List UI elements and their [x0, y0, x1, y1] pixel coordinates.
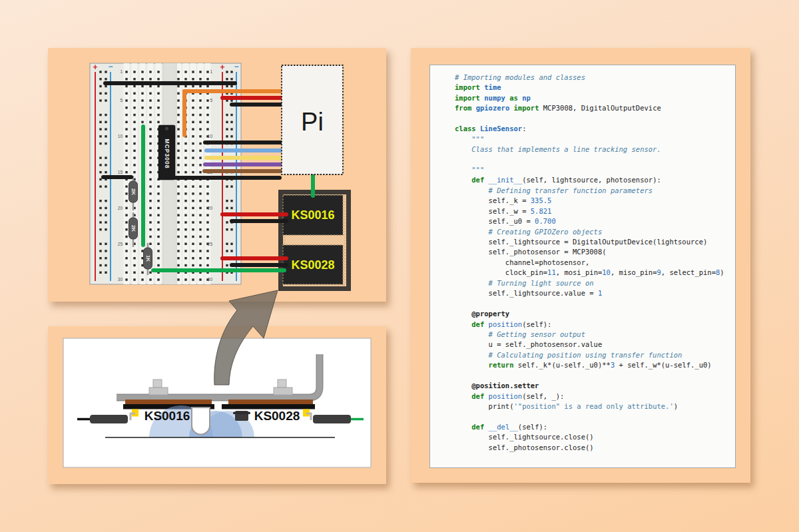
row-number: 30: [208, 277, 213, 282]
rail-plus-label: +: [220, 63, 224, 72]
rail-plus-label: +: [93, 63, 97, 72]
code-line: # Getting sensor output: [455, 330, 731, 340]
row-number: 20: [208, 206, 213, 210]
resistor-label: 2K: [131, 188, 136, 195]
ks0028-sensor-label: KS0028: [254, 409, 300, 423]
photosensor-flange: [233, 412, 250, 415]
sensor-side-view-panel: KS0016 KS0028: [48, 326, 386, 484]
code-line: def position(self):: [455, 320, 731, 330]
row-number: 20: [118, 206, 123, 210]
row-number: 25: [118, 242, 123, 246]
ks0016-sensor-label: KS0016: [144, 409, 190, 423]
ks0016-module-label: KS0016: [291, 208, 334, 222]
mcp3008-chip: MCP3008: [158, 125, 175, 180]
code-line: [455, 299, 731, 309]
code-line: @position.setter: [455, 381, 731, 391]
code-line: import numpy as np: [455, 93, 731, 103]
wiring-diagram: + − + − 115510101515202025253030 KS0016 …: [48, 48, 386, 302]
code-box: # Importing modules and classesimport ti…: [429, 65, 736, 468]
code-line: Class that implements a line tracking se…: [455, 144, 731, 154]
led-bulb: [192, 407, 210, 435]
code-line: import time: [455, 83, 731, 93]
diagram-canvas: [63, 338, 371, 467]
code-line: print('"position" is a read only attribu…: [455, 401, 731, 411]
code-line: def position(self, _):: [455, 392, 731, 401]
code-line: channel=photosensor,: [455, 258, 731, 268]
pcb-left: [125, 399, 212, 404]
code-line: self._photosensor = MCP3008(: [455, 247, 731, 257]
code-line: def __del__(self):: [455, 422, 731, 432]
code-line: @property: [455, 309, 731, 319]
rail-minus-label: −: [234, 62, 238, 71]
code-line: from gpiozero import MCP3008, DigitalOut…: [455, 103, 731, 113]
sensor-module-frame: KS0016 KS0028: [281, 192, 349, 289]
row-number: 1: [120, 69, 123, 74]
code-line: # Calculating position using transfer fu…: [455, 350, 731, 360]
code-line: self._k = 335.5: [455, 196, 731, 206]
code-line: [455, 114, 731, 124]
code-line: def __init__(self, lightsource, photosen…: [455, 175, 731, 185]
code-line: self._lightsource = DigitalOutputDevice(…: [455, 237, 731, 247]
row-number: 10: [118, 134, 123, 138]
code-line: self._lightsource.close(): [455, 432, 731, 442]
code-line: """: [455, 165, 731, 175]
chip-notch: [165, 127, 168, 130]
sensor-diagram: KS0016 KS0028: [48, 326, 386, 484]
chip-label: MCP3008: [164, 139, 170, 169]
code-line: class LineSensor:: [455, 124, 731, 134]
pcb-right: [228, 399, 313, 404]
row-number: 5: [120, 98, 123, 103]
row-number: 5: [210, 98, 212, 103]
cable-sleeve-right: [313, 415, 351, 423]
cable-sleeve-left: [90, 415, 128, 423]
pi-label: Pi: [301, 108, 324, 136]
code-line: self._w = 5.821: [455, 206, 731, 216]
code-line: [455, 411, 731, 421]
breadboard-panel: + − + − 115510101515202025253030 KS0016 …: [48, 48, 386, 302]
code-line: """: [455, 134, 731, 144]
resistor-label: 2K: [131, 225, 136, 232]
resistor-label: 1K: [145, 255, 151, 262]
code-line: return self._k*(u-self._u0)**3 + self._w…: [455, 360, 731, 370]
code-content: # Importing modules and classesimport ti…: [455, 73, 731, 453]
figure-background: { "colors": { "panel": "#fccda0", "backg…: [0, 0, 799, 532]
code-line: [455, 371, 731, 381]
rail-minus-label: −: [108, 62, 113, 71]
code-line: clock_pin=11, mosi_pin=10, miso_pin=9, s…: [455, 268, 731, 278]
code-line: # Turning light source on: [455, 278, 731, 288]
row-number: 15: [118, 170, 123, 174]
row-number: 10: [208, 134, 213, 138]
ks0028-module-label: KS0028: [291, 258, 334, 272]
code-line: [455, 155, 731, 165]
code-line: self._u0 = 0.700: [455, 216, 731, 226]
row-number: 25: [208, 242, 213, 246]
row-number: 30: [118, 277, 123, 282]
code-line: self._photosensor.close(): [455, 443, 731, 453]
raspberry-pi-box: Pi: [282, 65, 343, 174]
row-number: 1: [210, 69, 212, 74]
code-line: # Importing modules and classes: [455, 73, 731, 83]
code-panel: # Importing modules and classesimport ti…: [411, 48, 750, 483]
code-line: # Creating GPIOZero objects: [455, 227, 731, 237]
code-line: u = self._photosensor.value: [455, 340, 731, 350]
code-line: # Defining transfer function parameters: [455, 186, 731, 196]
code-line: self._lightsource.value = 1: [455, 288, 731, 298]
